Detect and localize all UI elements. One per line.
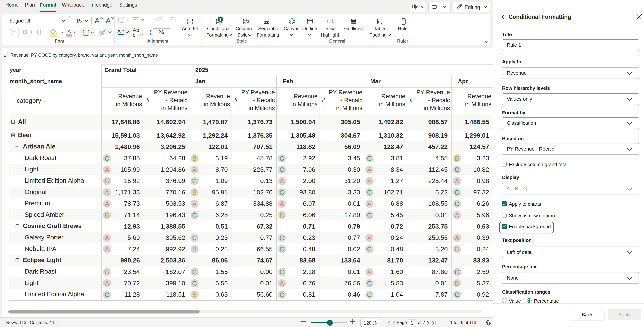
svg-text:A: A xyxy=(67,28,71,34)
svg-text:A: A xyxy=(117,29,121,34)
